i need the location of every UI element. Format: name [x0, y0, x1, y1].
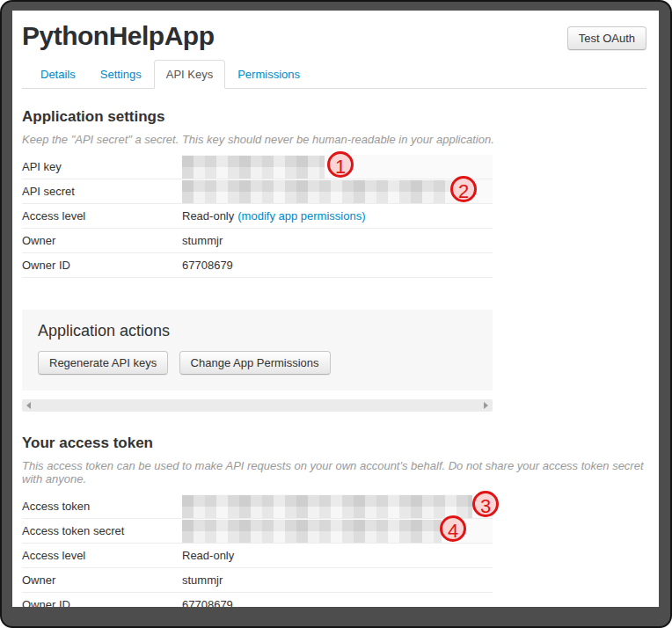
access-level-value: Read-only: [182, 209, 234, 223]
table-row-access-token: Access token 3: [22, 494, 493, 519]
page-content: PythonHelpApp Test OAuth Details Setting…: [12, 11, 659, 607]
application-settings-heading: Application settings: [22, 108, 646, 126]
row-label: Owner: [22, 573, 182, 587]
table-row-access-token-secret: Access token secret 4: [22, 519, 493, 544]
row-label: API key: [22, 160, 182, 173]
change-app-permissions-button[interactable]: Change App Permissions: [179, 351, 331, 375]
table-row-api-secret: API secret 2: [22, 179, 493, 204]
row-value: 3: [182, 494, 493, 518]
row-value: Read-only (modify app permissions): [182, 204, 493, 228]
row-label: Access token: [22, 500, 182, 513]
row-value: 67708679: [182, 593, 493, 607]
table-row-owner: Owner stummjr: [22, 229, 493, 253]
app-title: PythonHelpApp: [22, 21, 215, 51]
row-label: Owner ID: [22, 598, 182, 607]
tab-bar: Details Settings API Keys Permissions: [22, 60, 646, 89]
row-value: stummjr: [182, 568, 493, 592]
table-row-owner-id: Owner ID 67708679: [22, 593, 493, 607]
tab-api-keys[interactable]: API Keys: [154, 60, 225, 89]
test-oauth-button[interactable]: Test OAuth: [567, 26, 646, 50]
application-settings-table: API key 1 API secret 2 Access level Read…: [22, 155, 493, 278]
row-label: Access level: [22, 549, 182, 562]
access-token-table: Access token 3 Access token secret 4 Acc…: [22, 494, 493, 607]
redacted-access-token-value: [182, 495, 472, 518]
modify-app-permissions-link[interactable]: (modify app permissions): [237, 209, 365, 223]
table-row-owner: Owner stummjr: [22, 568, 493, 593]
annotation-circle-3: 3: [472, 491, 499, 517]
row-value: 4: [182, 519, 493, 543]
application-settings-description: Keep the "API secret" a secret. This key…: [22, 133, 646, 146]
row-value: stummjr: [182, 229, 493, 252]
row-label: Owner: [22, 234, 182, 247]
tab-permissions[interactable]: Permissions: [225, 60, 312, 89]
row-value: 2: [182, 179, 493, 203]
regenerate-api-keys-button[interactable]: Regenerate API keys: [38, 351, 168, 375]
table-row-api-key: API key 1: [22, 155, 493, 179]
row-value: 67708679: [182, 253, 493, 277]
table-row-access-level: Access level Read-only (modify app permi…: [22, 204, 493, 229]
access-token-description: This access token can be used to make AP…: [22, 459, 646, 486]
redacted-api-secret-value: [182, 180, 457, 203]
annotation-circle-4: 4: [440, 515, 466, 542]
row-value: Read-only: [182, 544, 493, 567]
redacted-access-token-secret-value: [182, 520, 442, 543]
table-row-access-level: Access level Read-only: [22, 544, 493, 568]
scroll-right-arrow-icon[interactable]: [484, 402, 488, 409]
tab-details[interactable]: Details: [28, 60, 88, 89]
row-label: Owner ID: [22, 259, 182, 272]
page-header: PythonHelpApp Test OAuth: [22, 16, 646, 51]
horizontal-scrollbar-top[interactable]: [22, 399, 493, 412]
annotation-circle-1: 1: [327, 151, 354, 178]
row-label: Access token secret: [22, 524, 182, 537]
application-actions-heading: Application actions: [38, 322, 477, 340]
row-value: 1: [182, 155, 493, 179]
row-label: Access level: [22, 209, 182, 223]
scroll-left-arrow-icon[interactable]: [26, 402, 31, 409]
table-row-owner-id: Owner ID 67708679: [22, 253, 493, 278]
row-label: API secret: [22, 185, 182, 198]
redacted-api-key-value: [182, 156, 325, 179]
access-token-heading: Your access token: [22, 434, 646, 452]
tab-settings[interactable]: Settings: [88, 60, 154, 89]
annotation-circle-2: 2: [450, 176, 477, 202]
application-actions-box: Application actions Regenerate API keys …: [22, 310, 493, 391]
